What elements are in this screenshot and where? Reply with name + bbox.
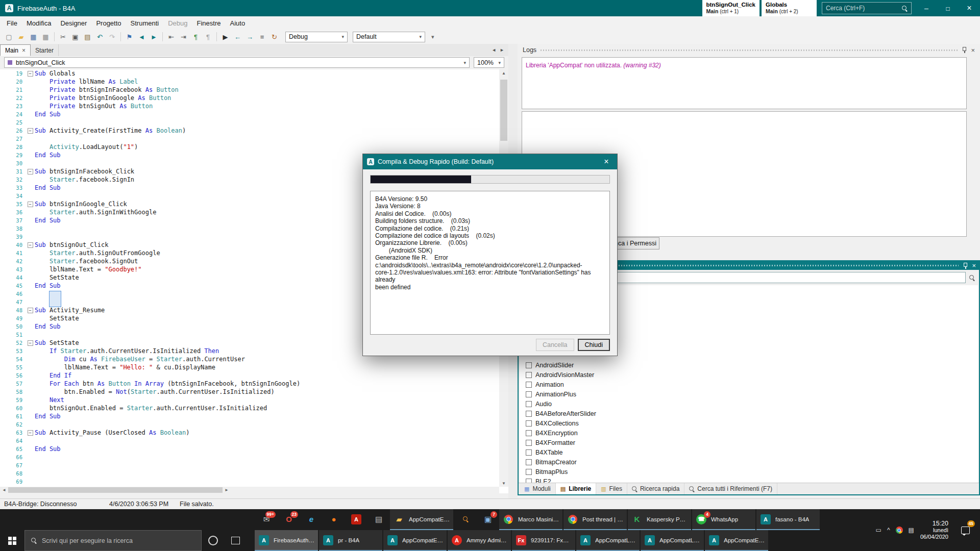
new-file-icon[interactable]: ▢ (3, 31, 15, 42)
fold-collapse-icon[interactable]: − (28, 169, 33, 174)
code-line[interactable]: 22 Private btnSignInGoogle As Button (0, 94, 499, 102)
code-line[interactable]: 58 btn.Enabled = Not(Starter.auth.Curren… (0, 388, 499, 396)
taskbar-fxpro[interactable]: Fx9239117: FxPro.c... (512, 530, 575, 551)
library-item[interactable]: Animation (520, 380, 978, 389)
library-item[interactable]: BitmapCreator (520, 457, 978, 467)
start-button[interactable] (0, 530, 24, 551)
dialog-close-button[interactable] (596, 154, 617, 169)
open-file-icon[interactable]: ▰ (15, 31, 27, 42)
panel-close-icon[interactable] (972, 262, 976, 269)
taskbar-clock[interactable]: 15:20 lunedì 06/04/2020 (920, 520, 948, 540)
menu-debug[interactable]: Debug (163, 19, 192, 27)
library-checkbox[interactable] (526, 401, 532, 407)
taskbar-fasano-b4a[interactable]: Afasano - B4A (756, 509, 820, 530)
menu-modifica[interactable]: Modifica (22, 19, 56, 27)
scroll-up-icon[interactable] (499, 69, 508, 77)
menu-progetto[interactable]: Progetto (91, 19, 126, 27)
library-search-button[interactable] (966, 272, 978, 283)
panel-tab-librerie[interactable]: ▤Librerie (556, 483, 596, 494)
taskbar-search-tool[interactable] (454, 509, 477, 530)
prev-bookmark-icon[interactable]: ◄ (136, 31, 148, 42)
taskbar-search-input[interactable]: Scrivi qui per eseguire la ricerca (24, 530, 202, 551)
cortana-button[interactable] (202, 530, 224, 551)
tab-close-icon[interactable] (22, 47, 26, 54)
task-view-button[interactable] (224, 530, 247, 551)
taskbar-whatsapp[interactable]: ☎4WhatsApp (692, 509, 755, 530)
panel-tab-files[interactable]: ▥Files (596, 483, 627, 494)
scroll-right-icon[interactable] (223, 488, 231, 492)
cut-icon[interactable]: ✂ (57, 31, 69, 42)
taskbar-chrome-marco-masini[interactable]: Marco Masini ... (499, 509, 562, 530)
library-checkbox[interactable] (526, 382, 532, 388)
code-line[interactable]: 65End Sub (0, 445, 499, 453)
library-checkbox[interactable] (526, 411, 532, 417)
menu-aiuto[interactable]: Aiuto (225, 19, 250, 27)
tab-main[interactable]: Main (0, 44, 31, 56)
taskbar-edge-browser[interactable]: e (300, 509, 323, 530)
library-item[interactable]: BitmapPlus (520, 467, 978, 477)
toolbar-overflow-icon[interactable]: ▾ (431, 34, 434, 40)
code-line[interactable]: 69 (0, 478, 499, 486)
code-line[interactable]: 27 (0, 135, 499, 143)
menu-strumenti[interactable]: Strumenti (126, 19, 164, 27)
taskbar-acrobat-reader[interactable]: A (345, 509, 368, 530)
tab-starter[interactable]: Starter (31, 44, 59, 56)
navigate-forward-icon[interactable]: → (244, 31, 256, 42)
taskbar-appcompatlib3[interactable]: AAppCompatLib3... (641, 530, 704, 551)
code-line[interactable]: 59 Next (0, 396, 499, 404)
library-checkbox[interactable] (526, 459, 532, 465)
code-line[interactable]: 64 (0, 437, 499, 445)
library-item[interactable]: AndroidSlider (520, 360, 978, 370)
scroll-down-icon[interactable] (499, 480, 508, 487)
titlebar-search-input[interactable]: Cerca (Ctrl+F) (822, 2, 912, 14)
scroll-left-icon[interactable] (0, 488, 8, 492)
fold-collapse-icon[interactable]: − (28, 242, 33, 248)
tab-scroll-left-icon[interactable] (492, 47, 496, 53)
code-line[interactable]: 56 End If (0, 371, 499, 380)
fold-collapse-icon[interactable]: − (28, 308, 33, 313)
tray-keyboard-icon[interactable]: ▤ (909, 527, 914, 534)
refresh-icon[interactable]: ↻ (268, 31, 280, 42)
panel-tab-cerca-tutti-i-riferimenti-f7-[interactable]: Cerca tutti i Riferimenti (F7) (684, 483, 777, 494)
code-line[interactable]: 67 (0, 461, 499, 469)
copy-icon[interactable]: ▣ (69, 31, 81, 42)
run-icon[interactable]: ▶ (219, 31, 231, 42)
taskbar-chrome-post-thread[interactable]: Post thread | B... (564, 509, 627, 530)
hamburger-icon[interactable]: ≡ (256, 31, 268, 42)
tray-chrome-icon[interactable] (896, 527, 903, 534)
taskbar-appcompatlib4[interactable]: AAppCompatLib4... (576, 530, 640, 551)
horizontal-scroll-thumb[interactable] (8, 487, 223, 493)
indent-icon[interactable]: ⇥ (178, 31, 189, 42)
navigate-back-icon[interactable]: ← (232, 31, 243, 42)
taskbar-appcompat-example-1[interactable]: AAppCompatExa... (383, 530, 447, 551)
code-line[interactable]: 24End Sub (0, 110, 499, 118)
save-all-icon[interactable]: ▦ (40, 31, 52, 42)
quick-bookmark-2[interactable]: Globals Main (ctrl + 2) (762, 0, 817, 16)
library-item[interactable]: B4XCollections (520, 418, 978, 428)
fold-collapse-icon[interactable]: − (28, 340, 33, 346)
library-item[interactable]: AnimationPlus (520, 389, 978, 399)
code-line[interactable]: 60 btnSignOut.Enabled = Starter.auth.Cur… (0, 404, 499, 412)
tray-hidden-icons-chevron[interactable]: ^ (887, 527, 890, 534)
code-line[interactable]: 21 Private btnSignInFacebook As Button (0, 86, 499, 94)
notification-center-button[interactable]: 45 (954, 509, 976, 551)
build-configuration-combo[interactable]: Debug▾ (285, 32, 348, 42)
close-dialog-button[interactable]: Chiudi (578, 339, 610, 351)
code-line[interactable]: 54 Dim cu As FirebaseUser = Starter.auth… (0, 355, 499, 363)
library-checkbox[interactable] (526, 469, 532, 475)
library-item[interactable]: B4XEncryption (520, 428, 978, 438)
taskbar-explorer-appcompat[interactable]: ▰AppCompatEx... (390, 509, 453, 530)
layout-variant-combo[interactable]: Default▾ (353, 32, 425, 42)
code-line[interactable]: 23 Private btnSignOut As Button (0, 102, 499, 110)
fold-collapse-icon[interactable]: − (28, 202, 33, 207)
code-line[interactable]: 66 (0, 453, 499, 461)
panel-grip[interactable] (541, 49, 958, 51)
taskbar-ammyy-admin[interactable]: AAmmyy Admin v... (448, 530, 511, 551)
outdent-icon[interactable]: ⇤ (165, 31, 177, 42)
taskbar-appcompat-example-2[interactable]: AAppCompatExa... (705, 530, 768, 551)
save-icon[interactable]: ▦ (28, 31, 39, 42)
library-checkbox[interactable] (526, 449, 532, 456)
pin-icon[interactable] (962, 47, 967, 53)
library-checkbox[interactable] (526, 362, 532, 368)
code-line[interactable]: 61End Sub (0, 412, 499, 420)
